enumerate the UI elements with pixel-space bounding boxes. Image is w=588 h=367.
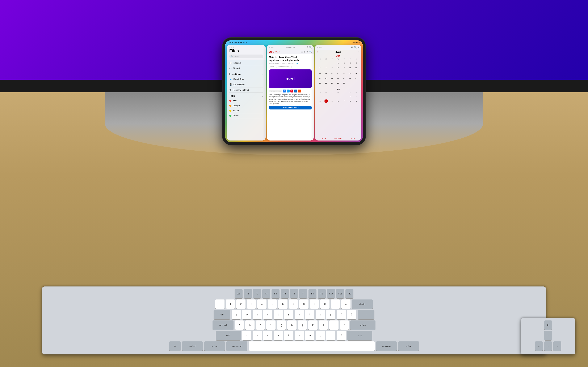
j-key[interactable]: j	[298, 320, 307, 330]
tag-crypto[interactable]: CRYPTOCURRENCY	[276, 66, 292, 68]
recently-deleted-item[interactable]: 🗑 Recently Deleted ›	[229, 87, 263, 93]
8-key[interactable]: 8	[299, 300, 309, 309]
f12-key[interactable]: F12	[346, 289, 354, 298]
inbox-btn[interactable]: Inbox	[351, 137, 355, 139]
tag-red-item[interactable]: Red ›	[229, 98, 263, 103]
f9-key[interactable]: F9	[318, 289, 326, 298]
control-key[interactable]: control	[182, 342, 203, 351]
lbracket-key[interactable]: [	[337, 310, 346, 319]
url-bar[interactable]: 9to5mac.com	[275, 46, 305, 48]
june-day-23[interactable]: 20	[323, 76, 329, 81]
equals-key[interactable]: =	[341, 300, 350, 309]
5-key[interactable]: 5	[268, 300, 277, 309]
f-key[interactable]: f	[266, 320, 276, 330]
f8-key[interactable]: F8	[309, 289, 316, 298]
m-key[interactable]: m	[305, 331, 314, 340]
z-key[interactable]: z	[242, 331, 251, 340]
june-day-30[interactable]: 27	[323, 81, 329, 85]
files-search-bar[interactable]: 🔍 Search	[229, 55, 263, 58]
june-day-29[interactable]: 26	[317, 81, 323, 85]
r-key[interactable]: r	[263, 310, 272, 319]
june-day-8[interactable]: 5	[317, 66, 323, 71]
tag-orange-item[interactable]: Orange ›	[229, 103, 263, 108]
calendar-search-icon[interactable]: 🔍	[354, 46, 357, 49]
july-day-7[interactable]: 2	[353, 94, 359, 99]
4-key[interactable]: 4	[257, 300, 267, 309]
u-key[interactable]: u	[295, 310, 304, 319]
june-day-17[interactable]: 14	[329, 71, 335, 76]
june-day-20[interactable]: 17	[347, 71, 353, 76]
minus-key[interactable]: -	[331, 300, 340, 309]
capslock-key[interactable]: caps lock	[213, 320, 233, 330]
july-day-11[interactable]: 6	[335, 99, 341, 104]
dollar-icon[interactable]: $	[304, 51, 305, 53]
linkedin-icon[interactable]: in	[294, 90, 297, 92]
june-day-6[interactable]: 3	[347, 61, 353, 65]
pg-dn-key[interactable]: ↓	[544, 342, 552, 351]
6-key[interactable]: 6	[278, 300, 287, 309]
left-command-key[interactable]: command	[226, 342, 247, 351]
9-key[interactable]: 9	[310, 300, 319, 309]
june-day-18[interactable]: 15	[335, 71, 341, 76]
period-key[interactable]: .	[326, 331, 335, 340]
k-key[interactable]: k	[308, 320, 318, 330]
tag-meta[interactable]: META	[269, 66, 275, 68]
twitter-share-icon[interactable]: t	[287, 90, 290, 92]
june-day-7[interactable]: 4	[353, 61, 359, 65]
f3-key[interactable]: F3	[262, 289, 270, 298]
search-icon[interactable]: 🔍	[309, 46, 312, 49]
fn-key[interactable]: fn	[169, 342, 181, 351]
d-key[interactable]: d	[256, 320, 265, 330]
i-key[interactable]: i	[305, 310, 314, 319]
y-key[interactable]: y	[284, 310, 293, 319]
gear-icon[interactable]: ⚙	[306, 51, 308, 53]
a-key[interactable]: a	[235, 320, 244, 330]
w-key[interactable]: w	[242, 310, 251, 319]
add-comment-btn[interactable]: Add Your Comment	[269, 90, 282, 92]
v-key[interactable]: v	[274, 331, 283, 340]
return-key[interactable]: return	[350, 320, 375, 330]
calendar-view-icon[interactable]: ⊞	[351, 46, 353, 49]
3-key[interactable]: 3	[247, 300, 256, 309]
june-day-22[interactable]: 19	[317, 76, 323, 81]
on-my-ipad-item[interactable]: 📱 On My iPad ›	[229, 82, 263, 87]
june-day-11[interactable]: 8	[335, 66, 341, 71]
right-command-key[interactable]: command	[376, 342, 397, 351]
semicolon-key[interactable]: ;	[329, 320, 338, 330]
num-del-key[interactable]: del	[544, 320, 552, 330]
june-day-5[interactable]: 2	[341, 61, 347, 65]
next-month-btn[interactable]: ›	[358, 51, 359, 53]
june-day-4[interactable]: 1	[335, 61, 341, 65]
slash-key[interactable]: /	[337, 331, 346, 340]
2-key[interactable]: 2	[236, 300, 245, 309]
june-day-9[interactable]: 6	[323, 66, 329, 71]
tags-section-header[interactable]: Tags ⌄	[227, 93, 266, 98]
june-day-24[interactable]: 21	[329, 76, 335, 81]
h-key[interactable]: h	[287, 320, 296, 330]
locations-section-header[interactable]: Locations ⌄	[227, 71, 266, 76]
share-icon[interactable]: ⤴	[307, 46, 308, 49]
f5-key[interactable]: F5	[281, 289, 289, 298]
facebook-icon[interactable]: f	[283, 90, 286, 92]
t-key[interactable]: t	[274, 310, 283, 319]
tab-key[interactable]: tab	[214, 310, 230, 319]
f7-key[interactable]: F7	[299, 289, 307, 298]
space-key[interactable]	[249, 342, 375, 351]
june-day-16[interactable]: 13	[323, 71, 329, 76]
f2-key[interactable]: F2	[253, 289, 261, 298]
esc-key[interactable]: esc	[234, 289, 242, 298]
calendar-add-icon[interactable]: +	[358, 46, 359, 49]
tag-green-item[interactable]: Green ›	[229, 113, 263, 118]
reddit-icon[interactable]: r	[298, 90, 301, 92]
right-shift-key[interactable]: shift	[347, 331, 372, 340]
home-key[interactable]: ↑	[544, 331, 552, 340]
icloud-drive-item[interactable]: ☁ iCloud Drive ›	[229, 76, 263, 82]
june-day-21[interactable]: 18	[353, 71, 359, 76]
pinterest-icon[interactable]: P	[290, 90, 293, 92]
backtick-key[interactable]: `	[215, 300, 225, 309]
x-key[interactable]: x	[253, 331, 262, 340]
hamburger-icon[interactable]: ☰	[301, 51, 303, 53]
june-day-31[interactable]: 28	[329, 81, 335, 85]
quote-key[interactable]: '	[340, 320, 349, 330]
l-key[interactable]: l	[319, 320, 328, 330]
